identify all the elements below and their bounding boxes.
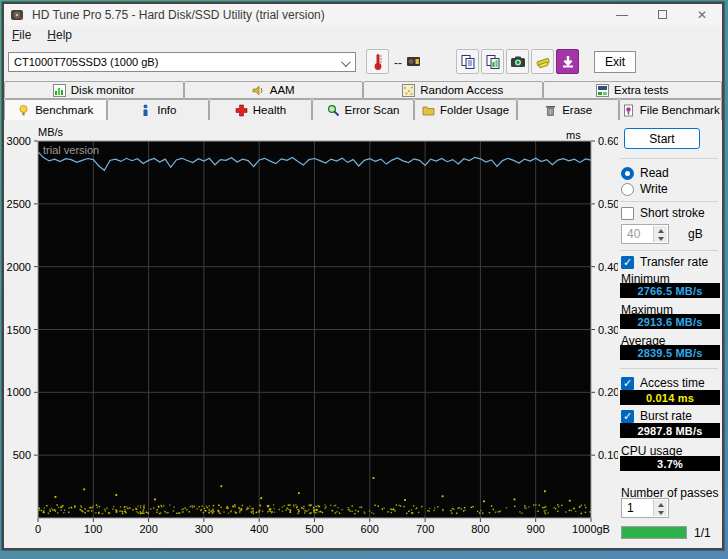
short-stroke-stepper[interactable]: 40 xyxy=(621,224,669,244)
access-time-dot xyxy=(88,510,89,511)
access-time-dot xyxy=(521,513,522,514)
access-time-dot xyxy=(464,507,465,508)
short-stroke-unit: gB xyxy=(688,227,703,241)
tab-file-benchmark[interactable]: File Benchmark xyxy=(619,99,722,120)
tab-strip-secondary: Disk monitor AAM Random Access Extra tes… xyxy=(4,81,722,99)
access-time-dot xyxy=(288,509,289,510)
access-time-dot xyxy=(268,510,269,511)
tab-health[interactable]: Health xyxy=(209,99,312,120)
benchmark-bulb-icon xyxy=(17,104,30,117)
access-time-dot xyxy=(124,506,125,507)
write-radio[interactable]: Write xyxy=(621,182,668,196)
access-time-outlier-dot xyxy=(569,500,571,502)
x-tick-label: 0 xyxy=(35,523,41,535)
tab-disk-monitor[interactable]: Disk monitor xyxy=(4,81,184,99)
tab-random-access[interactable]: Random Access xyxy=(363,81,543,99)
info-icon xyxy=(139,104,152,117)
access-time-dot xyxy=(359,507,360,508)
access-time-dot xyxy=(452,508,453,509)
start-button[interactable]: Start xyxy=(624,128,700,149)
tab-info[interactable]: Info xyxy=(107,99,210,120)
access-time-dot xyxy=(91,510,92,511)
drive-select[interactable]: CT1000T705SSD3 (1000 gB) xyxy=(8,52,356,72)
tab-folder-usage[interactable]: Folder Usage xyxy=(414,99,517,120)
y-right-tick-label: 0.30 xyxy=(598,324,618,336)
access-time-dot xyxy=(584,504,585,505)
tab-extra-tests[interactable]: Extra tests xyxy=(543,81,723,99)
titlebar: HD Tune Pro 5.75 - Hard Disk/SSD Utility… xyxy=(4,4,722,25)
access-time-dot xyxy=(251,511,252,512)
app-window: HD Tune Pro 5.75 - Hard Disk/SSD Utility… xyxy=(2,2,724,550)
access-time-dot xyxy=(212,508,213,509)
access-time-checkbox[interactable]: Access time xyxy=(621,376,705,390)
access-time-dot xyxy=(337,507,338,508)
arrow-up-icon[interactable] xyxy=(653,226,667,234)
radio-icon xyxy=(621,183,634,196)
maximize-button[interactable] xyxy=(642,4,682,25)
access-time-dot xyxy=(232,505,233,506)
burst-rate-label: Burst rate xyxy=(640,409,692,423)
access-time-dot xyxy=(91,507,92,508)
access-time-dot xyxy=(335,505,336,506)
checkbox-checked-icon xyxy=(621,377,634,390)
screenshot-button[interactable] xyxy=(506,49,529,74)
tab-erase[interactable]: Erase xyxy=(517,99,620,120)
access-time-dot xyxy=(69,507,70,508)
access-time-dot xyxy=(317,509,318,510)
arrow-down-icon[interactable] xyxy=(653,508,667,516)
access-time-dot xyxy=(143,505,144,506)
copy-text-button[interactable] xyxy=(456,49,479,74)
access-time-dot xyxy=(472,506,473,507)
access-time-dot xyxy=(164,511,165,512)
temperature-button[interactable] xyxy=(366,49,389,74)
access-time-dot xyxy=(98,512,99,513)
tab-aam[interactable]: AAM xyxy=(184,81,364,99)
access-time-dot xyxy=(544,510,545,511)
copy-image-button[interactable] xyxy=(481,49,504,74)
highlight-button[interactable] xyxy=(531,49,554,74)
access-time-dot xyxy=(241,508,242,509)
access-time-dot xyxy=(126,506,127,507)
stepper-arrows[interactable] xyxy=(653,500,667,516)
transfer-rate-checkbox[interactable]: Transfer rate xyxy=(621,255,708,269)
copy-image-icon xyxy=(485,54,501,70)
minimize-button[interactable]: — xyxy=(602,4,642,25)
tab-benchmark[interactable]: Benchmark xyxy=(4,99,107,120)
access-time-dot xyxy=(63,512,64,513)
passes-stepper[interactable]: 1 xyxy=(621,498,669,518)
access-time-dot xyxy=(317,505,318,506)
read-radio[interactable]: Read xyxy=(621,166,669,180)
access-time-dot xyxy=(306,511,307,512)
close-button[interactable]: ✕ xyxy=(682,4,722,25)
menu-file[interactable]: File xyxy=(4,26,39,44)
access-time-dot xyxy=(136,511,137,512)
access-time-dot xyxy=(369,510,370,511)
access-time-dot xyxy=(585,507,586,508)
access-time-dot xyxy=(313,509,314,510)
access-time-dot xyxy=(160,505,161,506)
access-time-dot xyxy=(122,513,123,514)
access-time-dot xyxy=(500,510,501,511)
access-time-dot xyxy=(545,510,546,511)
exit-button[interactable]: Exit xyxy=(594,51,636,73)
access-time-dot xyxy=(96,505,97,506)
save-results-button[interactable] xyxy=(556,49,579,74)
access-time-dot xyxy=(269,509,270,510)
access-time-dot xyxy=(163,505,164,506)
access-time-dot xyxy=(378,505,379,506)
menu-help[interactable]: Help xyxy=(39,26,80,44)
short-stroke-value: 40 xyxy=(627,227,640,241)
access-time-dot xyxy=(256,512,257,513)
tab-error-scan[interactable]: Error Scan xyxy=(312,99,415,120)
x-tick-label: 200 xyxy=(139,523,157,535)
arrow-down-icon[interactable] xyxy=(653,234,667,242)
access-time-dot xyxy=(147,512,148,513)
arrow-up-icon[interactable] xyxy=(653,500,667,508)
disk-monitor-icon xyxy=(53,84,66,97)
access-time-dot xyxy=(153,507,154,508)
access-time-outlier-dot xyxy=(442,495,444,497)
burst-rate-checkbox[interactable]: Burst rate xyxy=(621,409,692,423)
short-stroke-checkbox[interactable]: Short stroke xyxy=(621,206,705,220)
stepper-arrows[interactable] xyxy=(653,226,667,242)
y-left-tick-label: 3000 xyxy=(7,135,31,147)
